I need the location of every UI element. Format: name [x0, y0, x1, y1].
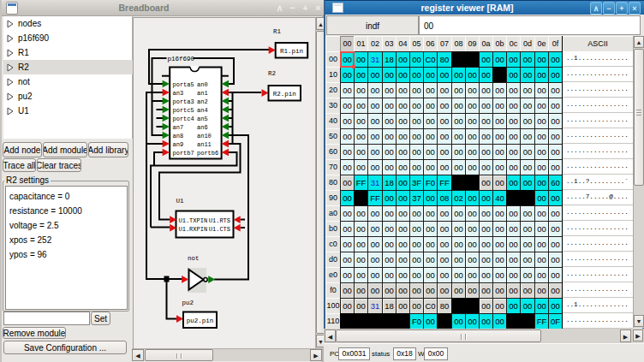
svg-text:U1.RXPIN: U1.RXPIN	[179, 226, 208, 233]
svg-text:an0: an0	[197, 81, 208, 88]
svg-text:an5: an5	[197, 116, 208, 122]
svg-text:an4: an4	[197, 107, 208, 114]
svg-text:U1.TXPIN: U1.TXPIN	[179, 217, 208, 224]
svg-text:U1.RTS: U1.RTS	[209, 217, 230, 224]
svg-text:not: not	[188, 255, 200, 262]
svg-text:an3: an3	[173, 90, 184, 97]
svg-text:R1.pin: R1.pin	[280, 48, 303, 55]
svg-text:an2: an2	[197, 98, 208, 105]
svg-text:pu2: pu2	[182, 300, 194, 306]
svg-text:U1.CTS: U1.CTS	[209, 226, 230, 233]
svg-text:portc4: portc4	[173, 116, 194, 122]
svg-text:an11: an11	[197, 141, 212, 148]
svg-text:p16f690: p16f690	[168, 56, 195, 62]
svg-text:portb6: portb6	[197, 150, 218, 157]
svg-text:an8: an8	[173, 133, 184, 139]
svg-text:an9: an9	[173, 141, 184, 148]
svg-text:R2.pin: R2.pin	[273, 91, 296, 98]
svg-text:porta3: porta3	[173, 98, 194, 105]
svg-text:an10: an10	[197, 133, 212, 139]
svg-text:portb7: portb7	[173, 150, 194, 157]
svg-text:an6: an6	[197, 124, 208, 131]
svg-text:porta5: porta5	[173, 81, 194, 88]
svg-text:pu2.pin: pu2.pin	[187, 317, 214, 324]
svg-text:an7: an7	[173, 124, 184, 131]
svg-text:R1: R1	[273, 28, 282, 35]
svg-text:an1: an1	[197, 90, 208, 97]
svg-text:R2: R2	[268, 70, 276, 77]
svg-text:portc5: portc5	[173, 107, 194, 114]
svg-text:U1: U1	[176, 198, 185, 205]
